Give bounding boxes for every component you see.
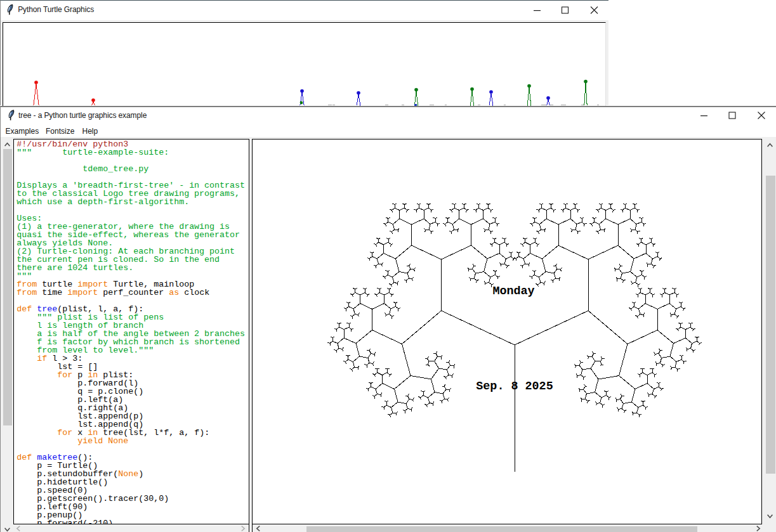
svg-text:Sep. 8 2025: Sep. 8 2025 [476,380,553,393]
svg-text:Monday: Monday [492,285,534,298]
